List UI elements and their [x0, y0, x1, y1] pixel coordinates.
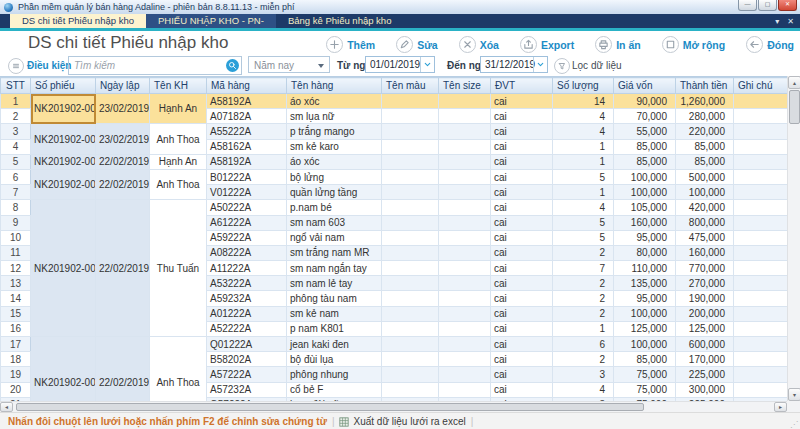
cell-dvt[interactable]: cai: [491, 154, 553, 169]
cell-so_luong[interactable]: 1: [553, 185, 614, 200]
cell-ma_hang[interactable]: Q01222A: [207, 337, 287, 352]
cell-ten_size[interactable]: [439, 169, 491, 184]
cell-ten_hang[interactable]: sm kẻ nam: [287, 306, 382, 321]
in-an-button[interactable]: In ấn: [595, 36, 641, 53]
cell-ten_kh[interactable]: Anh Thoa: [150, 169, 207, 199]
cell-dvt[interactable]: cai: [491, 352, 553, 367]
cell-ma_hang[interactable]: A58192A: [207, 94, 287, 109]
cell-ghi_chu[interactable]: [734, 94, 788, 109]
cell-ma_hang[interactable]: A59232A: [207, 291, 287, 306]
cell-gia_von[interactable]: 100,000: [614, 169, 676, 184]
column-header-ten_mau[interactable]: Tên màu: [382, 78, 439, 94]
cell-so_phieu[interactable]: NK201902-000: [31, 337, 96, 403]
cell-so_luong[interactable]: 4: [553, 382, 614, 397]
cell-gia_von[interactable]: 85,000: [614, 154, 676, 169]
column-header-ngay_lap[interactable]: Ngày lập: [96, 78, 150, 94]
cell-ten_size[interactable]: [439, 352, 491, 367]
cell-so_phieu[interactable]: NK201902-000: [31, 124, 96, 154]
cell-so_luong[interactable]: 1: [553, 139, 614, 154]
cell-ghi_chu[interactable]: [734, 352, 788, 367]
cell-dvt[interactable]: cai: [491, 124, 553, 139]
cell-ten_hang[interactable]: ngổ vải nam: [287, 230, 382, 245]
column-header-thanh_tien[interactable]: Thành tiền: [676, 78, 734, 94]
cell-thanh_tien[interactable]: 220,000: [676, 124, 734, 139]
cell-thanh_tien[interactable]: 420,000: [676, 200, 734, 215]
cell-thanh_tien[interactable]: 300,000: [676, 382, 734, 397]
cell-ten_size[interactable]: [439, 306, 491, 321]
cell-ten_mau[interactable]: [382, 306, 439, 321]
cell-stt[interactable]: 17: [1, 337, 31, 352]
cell-ngay_lap[interactable]: 22/02/2019: [96, 169, 150, 199]
cell-ghi_chu[interactable]: [734, 124, 788, 139]
vertical-scroll-thumb[interactable]: [789, 90, 800, 124]
cell-ten_size[interactable]: [439, 291, 491, 306]
cell-ghi_chu[interactable]: [734, 139, 788, 154]
cell-so_luong[interactable]: 5: [553, 169, 614, 184]
cell-stt[interactable]: 16: [1, 321, 31, 336]
scroll-right-icon[interactable]: ▸: [774, 402, 787, 412]
cell-ghi_chu[interactable]: [734, 200, 788, 215]
cell-so_luong[interactable]: 3: [553, 367, 614, 382]
cell-ma_hang[interactable]: A11222A: [207, 261, 287, 276]
cell-ghi_chu[interactable]: [734, 261, 788, 276]
cell-thanh_tien[interactable]: 85,000: [676, 139, 734, 154]
vertical-scrollbar[interactable]: ▴ ▾: [787, 76, 800, 401]
cell-ten_hang[interactable]: sm lụa nữ: [287, 109, 382, 124]
cell-stt[interactable]: 14: [1, 291, 31, 306]
table-row[interactable]: 17NK201902-00022/02/2019Anh ThoaQ01222Aj…: [1, 337, 788, 352]
cell-stt[interactable]: 13: [1, 276, 31, 291]
column-header-so_phieu[interactable]: Số phiếu: [31, 78, 96, 94]
cell-ten_size[interactable]: [439, 382, 491, 397]
tab-phieu-nhap-kho[interactable]: PHIẾU NHẬP KHO - PN-: [146, 14, 276, 28]
scroll-up-icon[interactable]: ▴: [788, 76, 800, 89]
cell-gia_von[interactable]: 55,000: [614, 124, 676, 139]
horizontal-scroll-thumb[interactable]: [16, 403, 644, 411]
export-excel-button[interactable]: Xuất dữ liệu lưới ra excel: [339, 416, 465, 427]
from-date-chevron-icon[interactable]: [420, 57, 434, 72]
search-icon[interactable]: [226, 59, 239, 72]
cell-ten_size[interactable]: [439, 200, 491, 215]
funnel-icon[interactable]: [554, 58, 570, 74]
cell-so_luong[interactable]: 2: [553, 245, 614, 260]
cell-so_luong[interactable]: 6: [553, 337, 614, 352]
mo-rong-button[interactable]: Mở rộng: [662, 36, 725, 53]
column-header-ten_kh[interactable]: Tên KH: [150, 78, 207, 94]
cell-ma_hang[interactable]: A07182A: [207, 109, 287, 124]
cell-ten_hang[interactable]: bộ lửng: [287, 169, 382, 184]
cell-gia_von[interactable]: 100,000: [614, 306, 676, 321]
cell-ten_mau[interactable]: [382, 291, 439, 306]
cell-ma_hang[interactable]: B01222A: [207, 169, 287, 184]
cell-gia_von[interactable]: 85,000: [614, 352, 676, 367]
cell-so_luong[interactable]: 7: [553, 261, 614, 276]
column-header-ten_hang[interactable]: Tên hàng: [287, 78, 382, 94]
cell-thanh_tien[interactable]: 1,260,000: [676, 94, 734, 109]
cell-ten_hang[interactable]: phông tàu nam: [287, 291, 382, 306]
cell-stt[interactable]: 5: [1, 154, 31, 169]
cell-dvt[interactable]: cai: [491, 321, 553, 336]
cell-dvt[interactable]: cai: [491, 245, 553, 260]
cell-dvt[interactable]: cai: [491, 306, 553, 321]
cell-ma_hang[interactable]: A08222A: [207, 245, 287, 260]
them-button[interactable]: Thêm: [326, 36, 375, 53]
cell-ghi_chu[interactable]: [734, 291, 788, 306]
cell-stt[interactable]: 19: [1, 367, 31, 382]
cell-so_luong[interactable]: 14: [553, 94, 614, 109]
cell-ten_size[interactable]: [439, 139, 491, 154]
cell-ma_hang[interactable]: A57222A: [207, 367, 287, 382]
cell-ten_mau[interactable]: [382, 215, 439, 230]
cell-stt[interactable]: 18: [1, 352, 31, 367]
cell-ten_size[interactable]: [439, 276, 491, 291]
cell-dvt[interactable]: cai: [491, 291, 553, 306]
cell-thanh_tien[interactable]: 160,000: [676, 245, 734, 260]
cell-ghi_chu[interactable]: [734, 154, 788, 169]
cell-gia_von[interactable]: 70,000: [614, 109, 676, 124]
cell-ten_hang[interactable]: áo xóc: [287, 94, 382, 109]
cell-gia_von[interactable]: 105,000: [614, 200, 676, 215]
column-header-ghi_chu[interactable]: Ghi chú: [734, 78, 788, 94]
cell-dvt[interactable]: cai: [491, 109, 553, 124]
cell-ma_hang[interactable]: A01222A: [207, 306, 287, 321]
cell-ten_mau[interactable]: [382, 200, 439, 215]
cell-ma_hang[interactable]: A53222A: [207, 276, 287, 291]
cell-ten_size[interactable]: [439, 215, 491, 230]
cell-ten_size[interactable]: [439, 245, 491, 260]
